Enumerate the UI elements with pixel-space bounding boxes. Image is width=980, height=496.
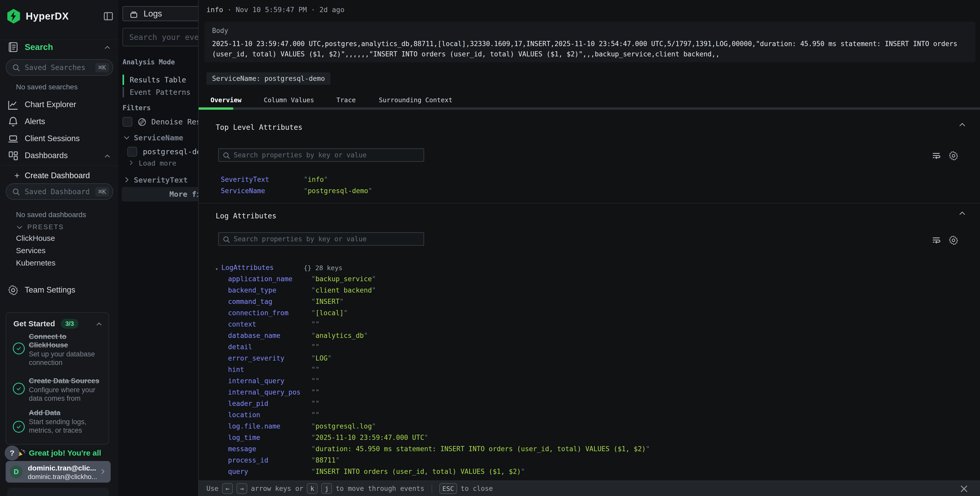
- attribute-key[interactable]: log.file.name: [228, 423, 280, 430]
- attribute-row[interactable]: command_tag INSERT: [199, 298, 971, 309]
- attribute-key[interactable]: internal_query_pos: [228, 388, 301, 396]
- top-level-search[interactable]: [218, 148, 424, 162]
- attribute-value[interactable]: postgresql.log: [312, 423, 376, 430]
- attribute-key[interactable]: error_severity: [228, 354, 285, 362]
- tab-column-values[interactable]: Column Values: [264, 96, 314, 104]
- attribute-row[interactable]: log.file.name postgresql.log: [199, 423, 971, 434]
- attribute-row[interactable]: application_name backup_service: [199, 275, 971, 286]
- tab-trace[interactable]: Trace: [336, 96, 356, 104]
- saved-searches-input[interactable]: [25, 61, 89, 73]
- preset-item[interactable]: Kubernetes: [16, 258, 55, 267]
- get-started-item[interactable]: Connect to ClickHouse Set up your databa…: [29, 332, 100, 367]
- chevron-up-icon[interactable]: [95, 321, 103, 328]
- sidebar-item-client-sessions[interactable]: Client Sessions: [0, 132, 118, 146]
- attribute-key[interactable]: process_id: [228, 456, 269, 464]
- get-started-item[interactable]: Create Data Sources Configure where your…: [29, 376, 100, 403]
- tab-overview[interactable]: Overview: [210, 96, 242, 104]
- get-started-item[interactable]: Add Data Start sending logs, metrics, or…: [29, 408, 100, 435]
- attribute-key[interactable]: location: [228, 411, 260, 419]
- attribute-value[interactable]: 88711: [312, 456, 340, 464]
- attribute-key[interactable]: connection_from: [228, 309, 288, 317]
- log-attributes-search[interactable]: [218, 232, 424, 246]
- gear-icon[interactable]: [948, 150, 959, 161]
- gear-icon[interactable]: [948, 235, 959, 246]
- sidebar-item-search[interactable]: Search: [0, 40, 118, 54]
- attribute-row[interactable]: internal_query_pos: [199, 388, 971, 400]
- attribute-row[interactable]: context: [199, 321, 971, 332]
- saved-dashboards-input[interactable]: [25, 185, 89, 198]
- log-attributes-search-input[interactable]: [234, 234, 419, 244]
- attribute-row[interactable]: internal_query: [199, 377, 971, 388]
- attribute-row[interactable]: hint: [199, 366, 971, 377]
- tab-surrounding-context[interactable]: Surrounding Context: [379, 96, 452, 104]
- attribute-key[interactable]: context: [228, 321, 256, 328]
- preset-item[interactable]: Services: [16, 246, 46, 255]
- attribute-key[interactable]: application_name: [228, 275, 292, 283]
- attribute-row[interactable]: process_id 88711: [199, 456, 971, 468]
- attribute-value[interactable]: [312, 321, 320, 328]
- attribute-value[interactable]: LOG: [312, 354, 331, 362]
- attribute-value[interactable]: postgresql-demo: [304, 187, 372, 195]
- attribute-key[interactable]: query: [228, 468, 248, 475]
- attribute-value[interactable]: [312, 400, 320, 407]
- saved-searches-search[interactable]: ⌘K: [6, 59, 113, 76]
- wrap-text-icon[interactable]: [931, 150, 942, 161]
- filter-group-servicename[interactable]: ServiceName: [123, 133, 131, 142]
- tree-expand-icon[interactable]: ▾: [215, 266, 218, 272]
- attribute-value[interactable]: [312, 377, 320, 385]
- close-icon[interactable]: [959, 484, 969, 494]
- attribute-value[interactable]: 2025-11-10 23:59:47.000 UTC: [312, 434, 428, 442]
- attribute-value[interactable]: duration: 45.950 ms statement: INSERT IN…: [312, 445, 650, 453]
- filter-option-checkbox[interactable]: [127, 147, 137, 156]
- attribute-row[interactable]: backend_type client backend: [199, 286, 971, 298]
- attribute-row[interactable]: connection_from [local]: [199, 309, 971, 321]
- attribute-row[interactable]: message duration: 45.950 ms statement: I…: [199, 445, 971, 456]
- preset-item[interactable]: ClickHouse: [16, 234, 55, 242]
- attribute-key[interactable]: leader_pid: [228, 400, 269, 407]
- sidebar-collapse-icon[interactable]: [103, 11, 114, 22]
- service-name-tag[interactable]: ServiceName: postgresql-demo: [207, 72, 331, 85]
- section-collapse-icon[interactable]: [958, 209, 967, 218]
- attribute-key[interactable]: SeverityText: [221, 175, 269, 183]
- attribute-key[interactable]: backend_type: [228, 286, 277, 294]
- attribute-row[interactable]: error_severity LOG: [199, 354, 971, 366]
- denoise-checkbox[interactable]: [123, 117, 132, 127]
- attribute-key[interactable]: internal_query: [228, 377, 285, 385]
- attribute-value[interactable]: INSERT INTO orders (user_id, total) VALU…: [312, 468, 525, 475]
- section-collapse-icon[interactable]: [958, 121, 967, 129]
- attribute-value[interactable]: analytics_db: [312, 332, 368, 340]
- attribute-key[interactable]: message: [228, 445, 256, 453]
- attribute-value[interactable]: [312, 343, 320, 351]
- attribute-value[interactable]: client backend: [312, 286, 376, 294]
- attribute-value[interactable]: info: [304, 175, 328, 183]
- attribute-key[interactable]: command_tag: [228, 298, 272, 305]
- sidebar-item-team-settings[interactable]: Team Settings: [0, 283, 118, 298]
- attribute-key[interactable]: detail: [228, 343, 252, 351]
- sidebar-item-chart-explorer[interactable]: Chart Explorer: [0, 98, 118, 112]
- attribute-value[interactable]: [312, 366, 320, 373]
- attribute-row[interactable]: query INSERT INTO orders (user_id, total…: [199, 468, 971, 479]
- create-dashboard-button[interactable]: + Create Dashboard: [14, 170, 112, 181]
- attribute-row[interactable]: location: [199, 411, 971, 423]
- attribute-value[interactable]: backup_service: [312, 275, 376, 283]
- attribute-key[interactable]: log_time: [228, 434, 260, 442]
- attribute-key[interactable]: ServiceName: [221, 187, 265, 195]
- log-attributes-parent-row[interactable]: ▾ LogAttributes {} 28 keys: [199, 264, 713, 275]
- saved-dashboards-search[interactable]: ⌘K: [6, 183, 113, 200]
- attribute-row[interactable]: log_time 2025-11-10 23:59:47.000 UTC: [199, 434, 971, 445]
- attribute-value[interactable]: INSERT: [312, 298, 344, 305]
- presets-toggle[interactable]: PRESETS: [16, 223, 24, 231]
- attribute-value[interactable]: [312, 388, 320, 396]
- sidebar-item-alerts[interactable]: Alerts: [0, 115, 118, 129]
- attribute-row[interactable]: leader_pid: [199, 400, 971, 411]
- attribute-key[interactable]: hint: [228, 366, 244, 373]
- attribute-value[interactable]: [local]: [312, 309, 348, 317]
- user-profile-chip[interactable]: D dominic.tran@clic... dominic.tran@clic…: [6, 461, 111, 483]
- sidebar-item-dashboards[interactable]: Dashboards: [0, 149, 118, 163]
- attribute-row[interactable]: database_name analytics_db: [199, 332, 971, 343]
- attribute-key[interactable]: LogAttributes: [221, 264, 274, 271]
- help-button[interactable]: ?: [5, 445, 19, 461]
- filter-group-severitytext[interactable]: SeverityText: [123, 175, 131, 184]
- attribute-row[interactable]: detail: [199, 343, 971, 354]
- attribute-value[interactable]: [312, 411, 320, 419]
